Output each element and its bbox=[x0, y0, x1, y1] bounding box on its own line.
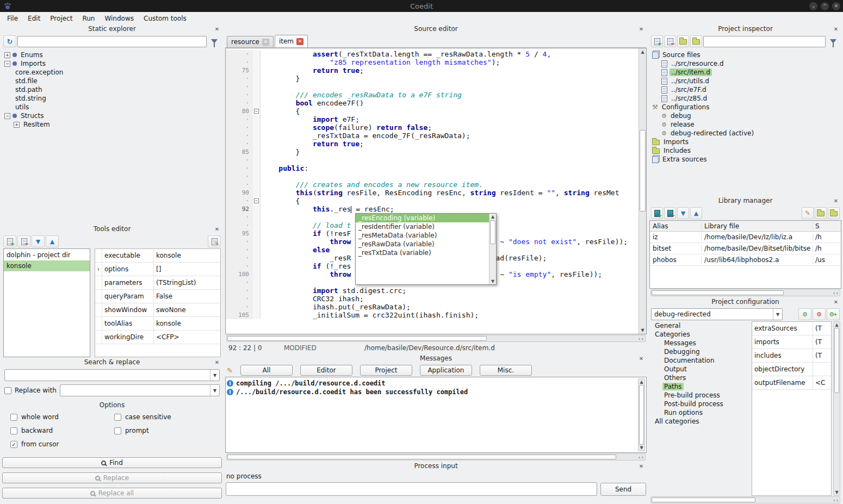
category-pre-build[interactable]: Pre-build process bbox=[650, 391, 749, 400]
move-library-up-button[interactable]: ▲ bbox=[690, 207, 702, 219]
sync-configuration-button[interactable]: ⚙ bbox=[798, 308, 811, 320]
send-button[interactable]: Send bbox=[600, 483, 646, 496]
property-row[interactable]: toolAliaskonsole bbox=[95, 317, 220, 331]
inspector-filter-field[interactable] bbox=[703, 36, 826, 47]
tab-resource[interactable]: resource✕ bbox=[227, 36, 274, 47]
node-configurations[interactable]: ⚒Configurations bbox=[649, 103, 841, 111]
node-config-active[interactable]: ⚙debug-redirected (active) bbox=[649, 129, 841, 138]
node-source-file[interactable]: ../src/e7F.d bbox=[649, 85, 841, 94]
option-from-cursor[interactable]: ✓from cursor bbox=[10, 440, 114, 448]
menu-edit[interactable]: Edit bbox=[23, 13, 45, 24]
filter-button[interactable] bbox=[827, 35, 840, 47]
tree-node-resitem[interactable]: +ResItem bbox=[2, 120, 222, 129]
process-stdin-input[interactable] bbox=[226, 483, 597, 495]
tab-item[interactable]: item✕ bbox=[275, 35, 308, 47]
menu-custom-tools[interactable]: Custom tools bbox=[139, 13, 191, 24]
expand-icon[interactable]: + bbox=[14, 122, 20, 128]
completion-scrollbar[interactable]: ▲ ▼ bbox=[489, 214, 496, 284]
collapse-icon[interactable]: − bbox=[4, 113, 10, 119]
property-row[interactable]: parameters(TStringList) bbox=[95, 276, 220, 290]
add-library-button[interactable]: + bbox=[651, 207, 663, 219]
library-from-file-button[interactable] bbox=[815, 207, 827, 219]
completion-item-selected[interactable]: _resEncoding (variable) bbox=[356, 214, 489, 222]
close-panel-icon[interactable]: ✕ bbox=[832, 197, 840, 205]
scroll-up-icon[interactable]: ▲ bbox=[489, 214, 496, 219]
tool-item[interactable]: dolphin - project dir bbox=[4, 250, 90, 260]
static-explorer-search[interactable] bbox=[17, 36, 207, 47]
scroll-left-icon[interactable]: ‹ bbox=[833, 290, 835, 296]
scroll-right-icon[interactable]: › bbox=[641, 455, 643, 460]
category-categories[interactable]: Categories bbox=[650, 330, 749, 339]
move-tool-up-button[interactable]: ▲ bbox=[46, 235, 59, 247]
scroll-left-icon[interactable]: ‹ bbox=[639, 455, 641, 460]
node-config[interactable]: ⚙debug bbox=[649, 111, 841, 120]
process-input-field[interactable] bbox=[226, 482, 597, 496]
close-panel-icon[interactable]: ✕ bbox=[637, 355, 645, 363]
close-tab-icon[interactable]: ✕ bbox=[262, 39, 269, 46]
configuration-vertical-scrollbar[interactable]: ▲ ▼ bbox=[833, 321, 840, 496]
scroll-left-icon[interactable]: ‹ bbox=[833, 497, 835, 503]
category-run-options[interactable]: Run options bbox=[650, 408, 749, 417]
library-horizontal-scrollbar[interactable]: ‹› bbox=[650, 289, 840, 296]
filter-input[interactable] bbox=[704, 36, 825, 47]
add-tool-button[interactable]: + bbox=[3, 235, 16, 247]
library-row[interactable]: bitset/home/basile/Dev/Bitset/lib/bitse/… bbox=[650, 243, 841, 254]
delete-configuration-button[interactable]: ⚙ bbox=[813, 308, 826, 320]
column-library-file[interactable]: Library file bbox=[702, 222, 813, 230]
close-panel-icon[interactable]: ✕ bbox=[637, 26, 645, 33]
close-panel-icon[interactable]: ✕ bbox=[832, 26, 840, 33]
property-row[interactable]: objectDirectory bbox=[752, 363, 831, 376]
node-source-file[interactable]: ../src/z85.d bbox=[649, 94, 841, 103]
category-others[interactable]: Others bbox=[650, 374, 749, 382]
add-configuration-button[interactable]: ⚙+ bbox=[827, 308, 840, 320]
replace-with-combobox[interactable]: ▼ bbox=[60, 384, 220, 396]
filter-project-button[interactable]: Project bbox=[360, 365, 412, 376]
tree-node-import-item[interactable]: std.file bbox=[2, 77, 222, 85]
edit-tool-button[interactable]: ✎ bbox=[208, 235, 221, 247]
remove-library-button[interactable]: − bbox=[664, 207, 676, 219]
collapse-icon[interactable]: − bbox=[4, 61, 10, 67]
node-includes[interactable]: Includes bbox=[649, 146, 841, 155]
editor-vertical-scrollbar[interactable]: ▲ ▼ bbox=[639, 48, 646, 334]
close-window-button[interactable]: ✕ bbox=[832, 2, 840, 10]
category-paths-selected[interactable]: Paths bbox=[650, 382, 749, 391]
scroll-up-icon[interactable]: ▲ bbox=[834, 322, 840, 327]
library-from-project-button[interactable] bbox=[828, 207, 840, 219]
close-panel-icon[interactable]: ✕ bbox=[213, 226, 221, 233]
property-row[interactable]: showWindowswoNone bbox=[95, 303, 220, 317]
chevron-down-icon[interactable]: ▼ bbox=[773, 309, 782, 320]
remove-tool-button[interactable]: − bbox=[17, 235, 30, 247]
tree-node-structs[interactable]: −Structs bbox=[2, 111, 222, 120]
node-imports[interactable]: Imports bbox=[649, 138, 841, 146]
tree-node-import-item[interactable]: std.path bbox=[2, 85, 222, 94]
checkbox-icon[interactable] bbox=[114, 414, 121, 421]
completion-item[interactable]: _resRawData (variable) bbox=[356, 240, 489, 248]
messages-vertical-scrollbar[interactable]: ▲ ▼ bbox=[638, 378, 645, 451]
property-row[interactable]: ›options[] bbox=[95, 263, 220, 276]
scroll-down-icon[interactable]: ▼ bbox=[489, 279, 496, 284]
library-row[interactable]: iz/home/basile/Dev/Iz/lib/iz.a/h bbox=[650, 232, 841, 243]
move-library-down-button[interactable]: ▼ bbox=[677, 207, 689, 219]
close-tab-icon[interactable]: ✕ bbox=[296, 38, 303, 45]
scroll-right-icon[interactable]: › bbox=[641, 336, 643, 341]
option-case-sensitive[interactable]: case sensitive bbox=[114, 413, 218, 421]
add-source-button[interactable]: + bbox=[651, 35, 663, 47]
message-row[interactable]: i/.../build/resource.d.coedit has been s… bbox=[227, 388, 645, 396]
node-extra-sources[interactable]: Extra sources bbox=[649, 155, 841, 164]
close-panel-icon[interactable]: ✕ bbox=[213, 26, 221, 33]
property-row[interactable]: outputFilename<C bbox=[752, 376, 831, 390]
close-panel-icon[interactable]: ✕ bbox=[832, 298, 840, 306]
category-messages[interactable]: Messages bbox=[650, 339, 749, 347]
category-output[interactable]: Output bbox=[650, 365, 749, 374]
table-header[interactable]: Alias Library file S bbox=[650, 221, 841, 232]
remove-source-button[interactable]: − bbox=[664, 35, 676, 47]
add-folder-button[interactable] bbox=[677, 35, 689, 47]
checkbox-icon[interactable] bbox=[10, 427, 17, 434]
checkbox-icon[interactable] bbox=[114, 427, 121, 434]
category-documentation[interactable]: Documentation bbox=[650, 356, 749, 365]
property-row[interactable]: imports(T bbox=[752, 335, 831, 349]
scroll-right-icon[interactable]: › bbox=[836, 290, 838, 296]
filter-application-button[interactable]: Application bbox=[420, 365, 472, 376]
menu-windows[interactable]: Windows bbox=[100, 13, 139, 24]
tool-item-selected[interactable]: konsole bbox=[4, 260, 90, 271]
